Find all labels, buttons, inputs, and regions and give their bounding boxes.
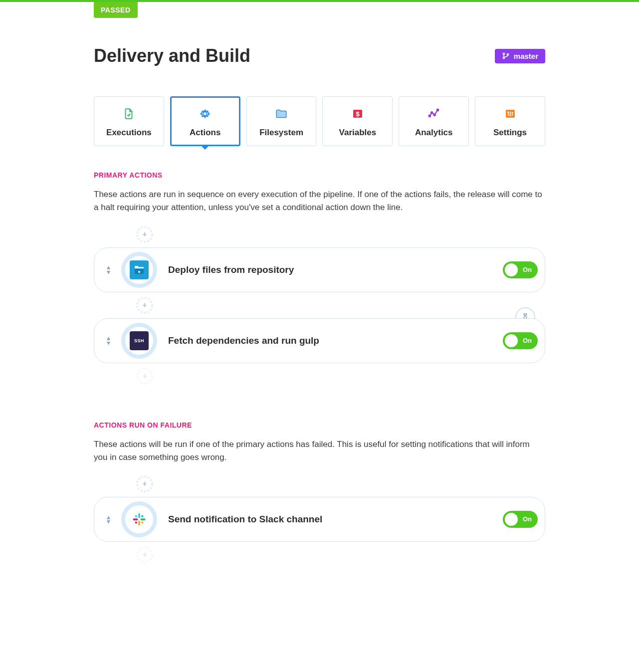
failure-action-list: + ▴▾	[94, 474, 545, 565]
add-action-button[interactable]: +	[135, 545, 155, 565]
svg-point-1	[503, 57, 504, 58]
svg-rect-25	[141, 519, 146, 521]
toggle-state: On	[523, 266, 532, 273]
tab-variables[interactable]: $ Variables	[322, 96, 393, 146]
svg-text:+: +	[142, 230, 147, 238]
tab-label: Executions	[106, 128, 152, 138]
slack-icon	[130, 510, 149, 529]
svg-point-2	[507, 54, 508, 55]
tab-executions[interactable]: Executions	[94, 96, 164, 146]
action-row-ssh[interactable]: ▴▾ SSH Fetch dependencies and run gulp O…	[94, 318, 545, 363]
tab-label: Analytics	[415, 128, 453, 138]
action-icon-wrap	[121, 252, 157, 288]
page-title: Delivery and Build	[94, 45, 250, 66]
svg-point-29	[141, 515, 143, 517]
action-toggle[interactable]: On	[503, 332, 538, 349]
action-label: Deploy files from repository	[168, 264, 503, 275]
tabs: Executions Actions Filesystem	[94, 96, 545, 146]
svg-point-11	[507, 111, 509, 113]
svg-text:+: +	[142, 372, 147, 380]
analytics-icon	[427, 107, 441, 121]
tab-analytics[interactable]: Analytics	[399, 96, 469, 146]
branch-label: master	[514, 52, 538, 60]
tab-settings[interactable]: Settings	[475, 96, 545, 146]
svg-text:+: +	[142, 550, 147, 559]
svg-point-3	[204, 112, 207, 115]
svg-rect-26	[138, 521, 140, 526]
action-toggle[interactable]: On	[503, 261, 538, 278]
ssh-icon: SSH	[130, 331, 149, 350]
failure-section-heading: ACTIONS RUN ON FAILURE	[94, 421, 545, 429]
add-action-button[interactable]: +	[135, 366, 155, 386]
action-label: Send notification to Slack channel	[168, 514, 503, 525]
action-icon-wrap: SSH	[121, 323, 157, 359]
svg-point-7	[431, 112, 432, 113]
svg-point-12	[509, 114, 511, 116]
svg-point-9	[437, 109, 438, 111]
action-row-slack[interactable]: ▴▾	[94, 497, 545, 542]
drag-handle-icon[interactable]: ▴▾	[103, 265, 113, 275]
tab-filesystem[interactable]: Filesystem	[246, 96, 317, 146]
action-toggle[interactable]: On	[503, 511, 538, 528]
action-label: Fetch dependencies and run gulp	[168, 335, 503, 346]
svg-text:+: +	[142, 301, 147, 309]
svg-point-8	[433, 114, 435, 115]
filesystem-icon	[274, 107, 288, 121]
variables-icon: $	[351, 107, 365, 121]
status-badge: PASSED	[94, 2, 138, 18]
tab-label: Variables	[339, 128, 377, 138]
failure-section-desc: These actions will be run if one of the …	[94, 438, 545, 464]
svg-point-6	[428, 115, 430, 117]
svg-point-28	[135, 515, 137, 517]
primary-section-heading: PRIMARY ACTIONS	[94, 171, 545, 179]
svg-point-13	[511, 112, 513, 113]
drag-handle-icon[interactable]: ▴▾	[103, 515, 113, 525]
add-action-button[interactable]: +	[135, 295, 155, 315]
action-row-deploy[interactable]: ▴▾ Deploy files from repository On	[94, 247, 545, 292]
tab-label: Settings	[493, 128, 527, 138]
svg-rect-27	[133, 519, 138, 521]
tab-label: Actions	[190, 128, 220, 138]
actions-icon	[198, 107, 212, 121]
executions-icon	[122, 107, 136, 121]
settings-icon	[503, 107, 517, 121]
action-icon-wrap	[121, 501, 157, 537]
tab-label: Filesystem	[259, 128, 303, 138]
svg-point-0	[503, 53, 504, 54]
add-action-button[interactable]: +	[135, 224, 155, 244]
svg-rect-17	[139, 271, 140, 272]
drag-handle-icon[interactable]: ▴▾	[103, 336, 113, 346]
primary-section-desc: These actions are run in sequence on eve…	[94, 188, 545, 215]
toggle-state: On	[523, 515, 532, 523]
add-action-button[interactable]: +	[135, 474, 155, 494]
deploy-icon	[130, 260, 149, 279]
tab-actions[interactable]: Actions	[170, 96, 240, 146]
svg-text:+: +	[142, 479, 147, 488]
svg-point-31	[135, 522, 137, 524]
branch-button[interactable]: master	[495, 49, 545, 63]
svg-rect-24	[138, 513, 140, 518]
svg-point-30	[141, 522, 143, 524]
svg-text:$: $	[356, 110, 360, 118]
toggle-state: On	[523, 337, 532, 344]
primary-action-list: + ▴▾ Deploy files from repository On	[94, 224, 545, 386]
branch-icon	[502, 52, 510, 60]
